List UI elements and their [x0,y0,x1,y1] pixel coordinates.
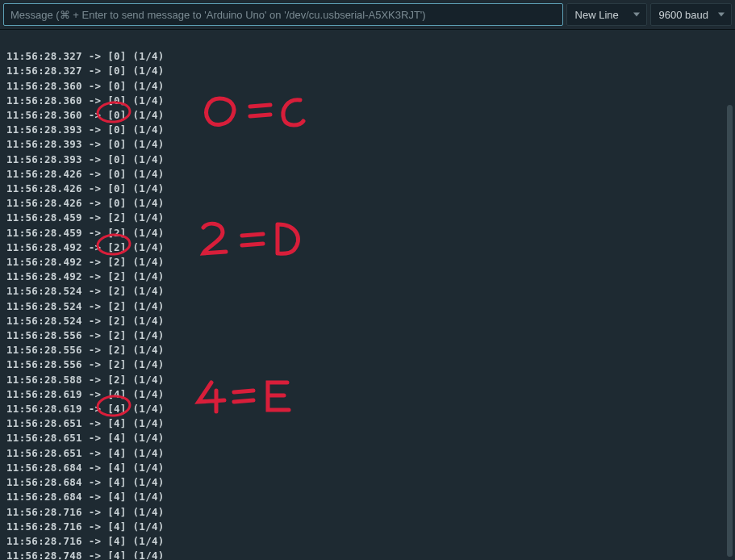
line-ending-dropdown[interactable]: New Line [566,3,647,26]
console-line: 11:56:28.524 -> [2] (1/4) [6,314,729,328]
console-line: 11:56:28.459 -> [2] (1/4) [6,226,729,240]
console-line: 11:56:28.492 -> [2] (1/4) [6,255,729,270]
console-line: 11:56:28.426 -> [0] (1/4) [6,182,729,196]
console-line: 11:56:28.360 -> [0] (1/4) [6,79,729,94]
console-line: 11:56:28.619 -> [4] (1/4) [6,387,729,402]
console-line: 11:56:28.393 -> [0] (1/4) [6,123,729,137]
console-line: 11:56:28.393 -> [0] (1/4) [6,153,729,167]
console-line: 11:56:28.524 -> [2] (1/4) [6,299,729,314]
console-line: 11:56:28.556 -> [2] (1/4) [6,328,729,343]
console-line: 11:56:28.684 -> [4] (1/4) [6,490,729,504]
message-input[interactable] [3,3,563,26]
baud-rate-label: 9600 baud [659,9,708,21]
chevron-down-icon [633,13,640,17]
console-line: 11:56:28.492 -> [2] (1/4) [6,270,729,284]
console-line: 11:56:28.524 -> [2] (1/4) [6,284,729,299]
console-line: 11:56:28.716 -> [4] (1/4) [6,534,729,549]
console-line: 11:56:28.651 -> [4] (1/4) [6,416,729,431]
console-line: 11:56:28.588 -> [2] (1/4) [6,373,729,387]
console-line: 11:56:28.327 -> [0] (1/4) [6,64,729,78]
console-line: 11:56:28.684 -> [4] (1/4) [6,461,729,475]
console-line: 11:56:28.426 -> [0] (1/4) [6,167,729,182]
console-line: 11:56:28.556 -> [2] (1/4) [6,343,729,357]
console-line: 11:56:28.651 -> [4] (1/4) [6,446,729,461]
console-line: 11:56:28.619 -> [4] (1/4) [6,402,729,416]
console-line: 11:56:28.426 -> [0] (1/4) [6,196,729,211]
line-ending-label: New Line [575,9,619,21]
serial-monitor-toolbar: New Line 9600 baud [0,0,735,30]
console-line: 11:56:28.360 -> [0] (1/4) [6,108,729,123]
console-line: 11:56:28.716 -> [4] (1/4) [6,520,729,534]
console-line: 11:56:28.748 -> [4] (1/4) [6,549,729,559]
serial-console-output[interactable]: 11:56:28.327 -> [0] (1/4)11:56:28.327 ->… [0,30,735,559]
console-line: 11:56:28.459 -> [2] (1/4) [6,211,729,225]
scrollbar[interactable] [727,105,733,557]
baud-rate-dropdown[interactable]: 9600 baud [650,3,732,26]
console-line: 11:56:28.393 -> [0] (1/4) [6,137,729,152]
console-line: 11:56:28.684 -> [4] (1/4) [6,475,729,490]
console-line: 11:56:28.360 -> [0] (1/4) [6,94,729,108]
console-line: 11:56:28.651 -> [4] (1/4) [6,431,729,445]
chevron-down-icon [718,13,725,17]
console-line: 11:56:28.327 -> [0] (1/4) [6,49,729,64]
console-line: 11:56:28.716 -> [4] (1/4) [6,505,729,520]
console-line: 11:56:28.492 -> [2] (1/4) [6,240,729,255]
console-line: 11:56:28.556 -> [2] (1/4) [6,357,729,372]
